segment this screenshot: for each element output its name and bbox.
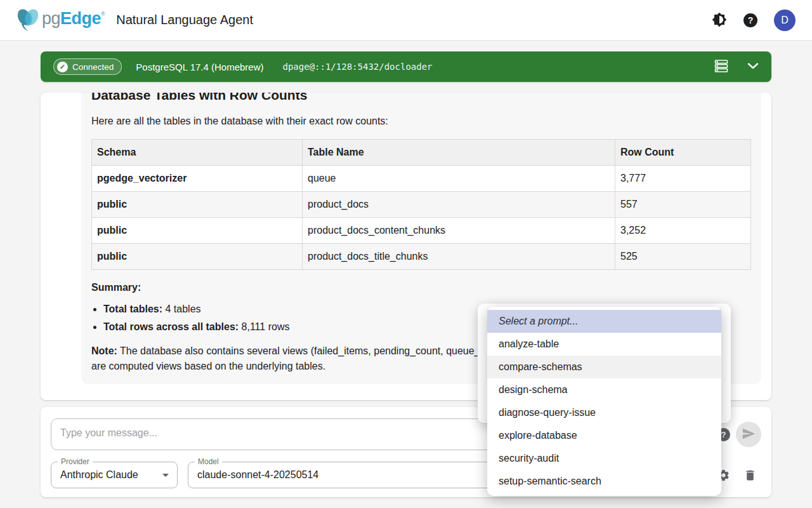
table-header: Schema Table Name Row Count [92,140,751,166]
table-body: pgedge_vectorizer queue 3,777 public pro… [92,166,751,270]
cell-table-name: product_docs_title_chunks [303,244,615,270]
status-badge: ✓ Connected [53,58,122,75]
status-label: Connected [72,62,114,72]
row-counts-table: Schema Table Name Row Count pgedge_vecto… [91,139,751,270]
chevron-down-icon [747,62,759,72]
trash-icon [743,469,757,484]
check-icon: ✓ [57,62,68,72]
connection-collapse-button[interactable] [747,62,759,72]
cell-row-count: 525 [615,244,751,270]
prompt-menu-item[interactable]: security-audit [487,447,721,470]
column-header-schema: Schema [92,140,303,166]
column-header-table-name: Table Name [303,140,615,166]
cell-schema: pgedge_vectorizer [92,166,303,192]
list-item-label: Total rows across all tables: [103,321,239,332]
send-button[interactable] [736,422,761,447]
pgedge-logo-icon [15,6,41,35]
send-icon [742,427,756,443]
pgedge-logo: pgEdge® [15,6,105,35]
prompt-menu-item[interactable]: setup-semantic-search [487,470,721,493]
table-row: public product_docs_title_chunks 525 [92,244,751,270]
prompt-menu: Select a prompt... analyze-table compare… [487,307,721,496]
cell-schema: public [92,192,303,218]
app-header: pgEdge® Natural Language Agent ? D [0,0,812,41]
table-row: public product_docs 557 [92,192,751,218]
provider-value: Anthropic Claude [51,462,177,488]
connection-bar: ✓ Connected PostgreSQL 17.4 (Homebrew) d… [41,51,771,82]
table-row: pgedge_vectorizer queue 3,777 [92,166,751,192]
prompt-menu-item[interactable]: diagnose-query-issue [487,401,721,424]
page-title: Natural Language Agent [116,13,253,27]
connection-list-button[interactable] [714,59,728,75]
server-list-icon [714,59,728,75]
cell-table-name: product_docs_content_chunks [303,218,615,244]
help-icon: ? [743,13,757,27]
list-item-value: 4 tables [162,304,200,314]
prompt-menu-item[interactable]: compare-schemas [487,356,721,378]
connection-string: dpage@::1/128:5432/docloader [283,62,433,72]
user-menu-button[interactable]: D [774,10,796,31]
note-line2: are computed views based on the underlyi… [91,361,325,371]
message-heading: Database Tables with Row Counts [91,93,751,104]
header-actions: ? D [712,0,796,41]
table-row: public product_docs_content_chunks 3,252 [92,218,751,244]
theme-toggle-button[interactable] [712,12,727,29]
model-label: Model [195,457,222,466]
cell-row-count: 3,252 [615,218,751,244]
server-version: PostgreSQL 17.4 (Homebrew) [136,62,263,72]
cell-table-name: product_docs [303,192,615,218]
provider-label: Provider [58,457,93,466]
help-button[interactable]: ? [743,13,757,27]
summary-label: Summary: [91,280,751,295]
list-item-label: Total tables: [103,304,162,314]
cell-table-name: queue [303,166,615,192]
dropdown-arrow-icon [162,474,169,477]
prompt-menu-item[interactable]: design-schema [487,378,721,401]
cell-schema: public [92,244,303,270]
cell-row-count: 557 [615,192,751,218]
pgedge-logo-text: pgEdge® [42,6,105,31]
list-item-value: 8,111 rows [239,321,289,332]
provider-select[interactable]: Provider Anthropic Claude [51,462,178,488]
prompt-menu-item[interactable]: Select a prompt... [487,310,721,333]
note-label: Note: [91,345,117,356]
message-intro: Here are all the tables in the database … [91,114,751,129]
prompt-menu-item[interactable]: explore-database [487,424,721,447]
brightness-icon [712,12,727,29]
prompt-menu-item[interactable]: analyze-table [487,333,721,356]
cell-schema: public [92,218,303,244]
avatar: D [774,10,796,31]
app-root: pgEdge® Natural Language Agent ? D ✓ Con… [0,0,812,508]
column-header-row-count: Row Count [615,140,751,166]
clear-conversation-button[interactable] [743,469,757,484]
cell-row-count: 3,777 [615,166,751,192]
